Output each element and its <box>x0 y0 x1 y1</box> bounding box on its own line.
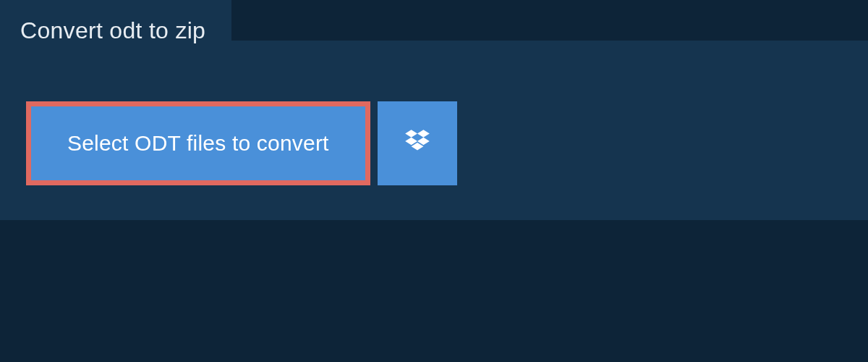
convert-panel: Convert odt to zip Select ODT files to c… <box>0 41 868 220</box>
select-files-label: Select ODT files to convert <box>67 131 329 156</box>
page-title: Convert odt to zip <box>20 17 205 43</box>
dropbox-button[interactable] <box>378 101 457 185</box>
dropbox-icon <box>402 127 433 160</box>
select-files-button[interactable]: Select ODT files to convert <box>31 106 365 180</box>
select-button-highlight: Select ODT files to convert <box>26 101 370 185</box>
button-row: Select ODT files to convert <box>0 41 868 185</box>
page-title-tab: Convert odt to zip <box>0 0 231 62</box>
